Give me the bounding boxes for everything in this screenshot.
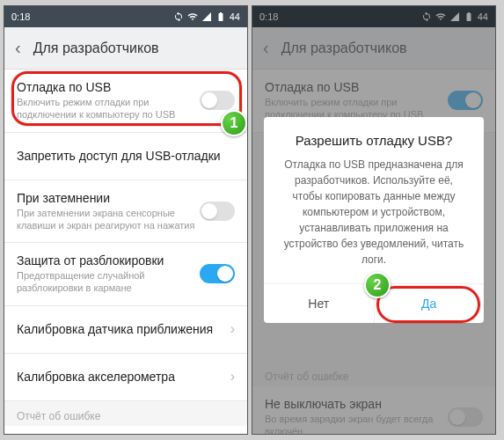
row-sub: Предотвращение случайной разблокировки в…	[17, 269, 200, 295]
dialog-body: Отладка по USB предназначена для разрабо…	[264, 157, 484, 283]
header: ‹ Для разработчиков	[4, 27, 247, 70]
back-icon[interactable]: ‹	[15, 38, 21, 58]
row-label: При затемнении	[17, 191, 200, 205]
wifi-icon	[187, 11, 198, 22]
row-unlock-protection[interactable]: Защита от разблокировки Предотвращение с…	[4, 243, 247, 306]
row-label: Калибровка акселерометра	[17, 370, 223, 384]
dialog-title: Разрешить отладку USB?	[264, 117, 484, 157]
row-screen-dim[interactable]: При затемнении При затемнении экрана сен…	[4, 180, 247, 244]
row-label: Защита от разблокировки	[17, 253, 200, 268]
section-bug-report: Отчёт об ошибке	[4, 401, 247, 426]
row-stay-awake[interactable]: Не выключать экран Во время зарядки экра…	[4, 426, 247, 434]
toggle-screen-dim[interactable]	[200, 202, 235, 221]
usb-debug-dialog: Разрешить отладку USB? Отладка по USB пр…	[264, 117, 484, 323]
page-title: Для разработчиков	[33, 40, 159, 56]
statusbar: 0:18 44	[4, 6, 247, 27]
signal-icon	[201, 11, 212, 22]
settings-list: Отладка по USB Включить режим отладки пр…	[4, 70, 247, 434]
row-proximity-calibration[interactable]: Калибровка датчика приближения ›	[4, 306, 247, 354]
dialog-no-button[interactable]: Нет	[264, 284, 375, 323]
phone-right: 0:18 44 ‹ Для разработчиков Отладка по U…	[252, 5, 496, 435]
toggle-usb-debug[interactable]	[200, 91, 235, 110]
row-label: Отладка по USB	[17, 80, 200, 94]
chevron-right-icon: ›	[230, 321, 235, 337]
status-icons: 44	[173, 11, 240, 22]
status-time: 0:18	[11, 11, 30, 22]
row-accelerometer-calibration[interactable]: Калибровка акселерометра ›	[4, 354, 247, 401]
modal-overlay: Разрешить отладку USB? Отладка по USB пр…	[252, 6, 495, 434]
phone-left: 0:18 44 ‹ Для разработчиков Отладка по U…	[4, 5, 248, 435]
row-sub: При затемнении экрана сенсорные клавиши …	[17, 207, 200, 232]
status-battery: 44	[230, 11, 240, 22]
sync-icon	[173, 11, 184, 22]
row-usb-debug[interactable]: Отладка по USB Включить режим отладки пр…	[4, 70, 247, 133]
dialog-yes-button[interactable]: Да	[375, 284, 485, 323]
toggle-unlock-protection[interactable]	[200, 264, 235, 283]
row-label: Запретить доступ для USB-отладки	[17, 149, 235, 163]
row-revoke-usb[interactable]: Запретить доступ для USB-отладки	[4, 133, 247, 180]
row-label: Калибровка датчика приближения	[17, 322, 223, 336]
battery-icon	[215, 11, 226, 22]
row-sub: Включить режим отладки при подключении к…	[17, 96, 200, 121]
chevron-right-icon: ›	[230, 369, 235, 385]
